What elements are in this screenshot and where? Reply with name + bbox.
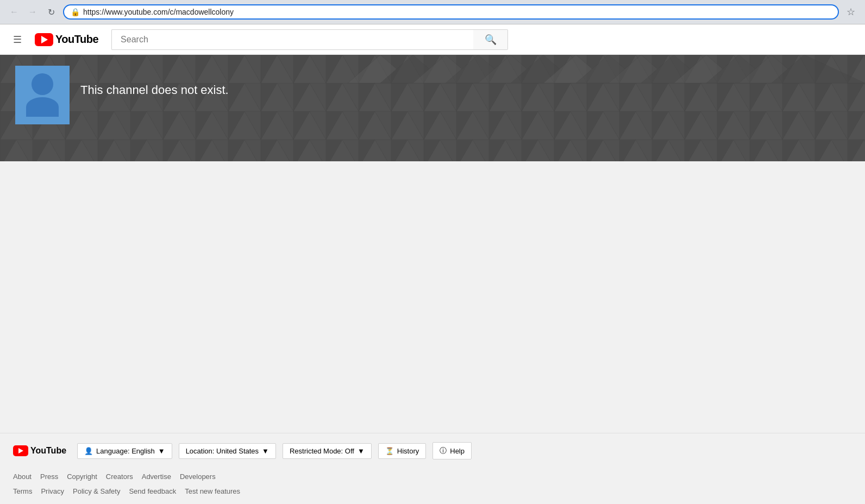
yt-logo-icon <box>35 33 53 46</box>
language-button[interactable]: 👤 Language: English ▼ <box>77 443 172 459</box>
footer-links-row2: Terms Privacy Policy & Safety Send feedb… <box>13 485 852 504</box>
location-label: Location: United States <box>186 447 259 455</box>
footer-logo-icon <box>13 445 28 456</box>
yt-logo-text: YouTube <box>55 33 98 46</box>
restricted-mode-button[interactable]: Restricted Mode: Off ▼ <box>283 443 372 459</box>
yt-logo[interactable]: YouTube <box>35 33 98 46</box>
search-container: 🔍 <box>111 29 508 50</box>
avatar-head <box>32 73 53 95</box>
history-button[interactable]: ⏳ History <box>378 443 426 459</box>
footer-link-press[interactable]: Press <box>40 472 58 481</box>
footer-controls: YouTube 👤 Language: English ▼ Location: … <box>13 442 852 468</box>
footer-link-developers[interactable]: Developers <box>180 472 216 481</box>
history-icon: ⏳ <box>385 447 394 455</box>
footer-yt-logo: YouTube <box>13 445 66 456</box>
footer-logo-text: YouTube <box>30 446 66 456</box>
search-input[interactable] <box>111 29 473 50</box>
footer-link-feedback[interactable]: Send feedback <box>129 487 176 495</box>
location-chevron: ▼ <box>262 447 269 455</box>
footer-link-new-features[interactable]: Test new features <box>185 487 240 495</box>
forward-button[interactable]: → <box>25 4 40 20</box>
channel-banner: This channel does not exist. <box>0 55 865 161</box>
language-chevron: ▼ <box>158 447 165 455</box>
footer-link-about[interactable]: About <box>13 472 32 481</box>
address-bar[interactable]: 🔒 <box>63 4 839 20</box>
main-content <box>0 161 865 433</box>
browser-chrome: ← → ↻ 🔒 ☆ <box>0 0 865 24</box>
channel-error-text: This channel does not exist. <box>70 72 240 108</box>
help-button[interactable]: ⓘ Help <box>432 442 472 459</box>
search-button[interactable]: 🔍 <box>473 29 508 50</box>
address-input[interactable] <box>83 8 831 16</box>
restricted-label: Restricted Mode: Off <box>290 447 354 455</box>
help-icon: ⓘ <box>440 446 447 456</box>
history-label: History <box>397 447 419 455</box>
language-icon: 👤 <box>84 447 93 455</box>
language-label: Language: English <box>96 447 155 455</box>
channel-info-bar: This channel does not exist. <box>0 55 865 161</box>
footer-links-row1: About Press Copyright Creators Advertise… <box>13 468 852 485</box>
yt-header: ☰ YouTube 🔍 <box>0 24 865 55</box>
footer-link-privacy[interactable]: Privacy <box>41 487 64 495</box>
footer-link-advertise[interactable]: Advertise <box>142 472 171 481</box>
lock-icon: 🔒 <box>71 8 80 16</box>
footer-link-terms[interactable]: Terms <box>13 487 32 495</box>
reload-button[interactable]: ↻ <box>43 4 59 20</box>
location-button[interactable]: Location: United States ▼ <box>179 443 276 459</box>
play-triangle <box>41 36 48 43</box>
menu-button[interactable]: ☰ <box>9 29 26 50</box>
footer-link-copyright[interactable]: Copyright <box>67 472 97 481</box>
restricted-chevron: ▼ <box>358 447 365 455</box>
channel-avatar <box>15 66 70 124</box>
search-icon: 🔍 <box>485 34 497 46</box>
bookmark-button[interactable]: ☆ <box>843 4 858 20</box>
avatar-body <box>26 97 59 117</box>
footer-link-creators[interactable]: Creators <box>106 472 133 481</box>
footer-play-triangle <box>18 448 23 453</box>
back-button[interactable]: ← <box>7 4 22 20</box>
help-label: Help <box>450 447 465 455</box>
yt-footer: YouTube 👤 Language: English ▼ Location: … <box>0 433 865 504</box>
footer-link-policy[interactable]: Policy & Safety <box>73 487 120 495</box>
browser-nav-buttons: ← → ↻ <box>7 4 59 20</box>
hamburger-icon: ☰ <box>13 34 22 46</box>
